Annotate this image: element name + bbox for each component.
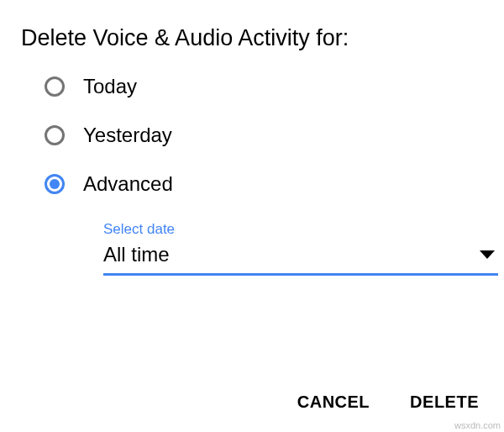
radio-icon xyxy=(45,125,65,145)
date-field-label: Select date xyxy=(103,221,483,238)
radio-option-yesterday[interactable]: Yesterday xyxy=(45,124,483,147)
radio-label-advanced: Advanced xyxy=(83,172,173,196)
radio-label-today: Today xyxy=(83,75,137,98)
radio-option-advanced[interactable]: Advanced xyxy=(45,172,483,196)
radio-icon xyxy=(45,76,65,97)
chevron-down-icon xyxy=(480,250,495,259)
dialog-actions: CANCEL DELETE xyxy=(297,392,479,412)
date-select-section: Select date All time xyxy=(103,221,483,276)
radio-label-yesterday: Yesterday xyxy=(83,124,172,147)
radio-icon-selected xyxy=(45,174,65,194)
date-select-dropdown[interactable]: All time xyxy=(103,243,498,276)
dialog-title: Delete Voice & Audio Activity for: xyxy=(21,25,483,51)
cancel-button[interactable]: CANCEL xyxy=(297,392,370,412)
delete-button[interactable]: DELETE xyxy=(410,392,479,412)
time-range-radio-group: Today Yesterday Advanced Select date All… xyxy=(21,75,483,276)
radio-option-today[interactable]: Today xyxy=(45,75,483,98)
date-select-value: All time xyxy=(103,243,170,266)
watermark-text: wsxdn.com xyxy=(454,420,501,430)
